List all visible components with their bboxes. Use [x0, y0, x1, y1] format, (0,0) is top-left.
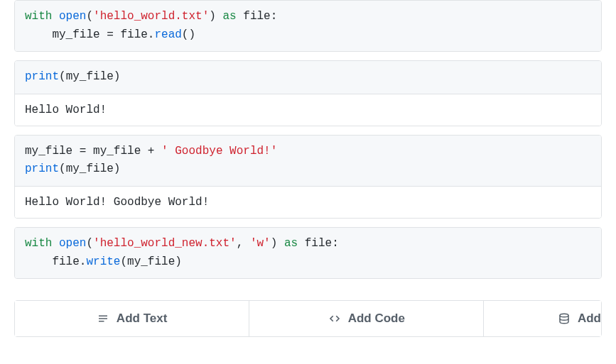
keyword: with — [25, 237, 52, 250]
identifier: my_file — [66, 70, 114, 83]
identifier: file — [305, 237, 332, 250]
add-data-button[interactable]: Add — [484, 301, 601, 336]
method: write — [86, 255, 120, 268]
punct: = — [100, 28, 121, 41]
button-label: Add — [578, 311, 601, 326]
identifier: my_file — [25, 145, 72, 158]
builtin: open — [59, 10, 86, 23]
code-input[interactable]: with open('hello_world.txt') as file: my… — [15, 1, 601, 51]
cell-output: Hello World! Goodbye World! — [15, 186, 601, 218]
builtin: open — [59, 237, 86, 250]
svg-point-3 — [560, 314, 568, 317]
keyword: with — [25, 10, 52, 23]
code-cell[interactable]: with open('hello_world_new.txt', 'w') as… — [14, 227, 602, 279]
identifier: my_file — [93, 145, 141, 158]
add-text-button[interactable]: Add Text — [15, 301, 249, 336]
punct: . — [148, 28, 155, 41]
indent — [25, 28, 52, 41]
method: read — [154, 28, 181, 41]
identifier: my_file — [66, 162, 114, 175]
button-label: Add Text — [117, 311, 167, 326]
punct: ) — [114, 162, 121, 175]
identifier: my_file — [52, 28, 99, 41]
code-input[interactable]: my_file = my_file + ' Goodbye World!' pr… — [15, 136, 601, 186]
string: 'hello_world.txt' — [93, 10, 209, 23]
punct: ( — [120, 255, 127, 268]
punct: ( — [59, 162, 66, 175]
keyword: as — [222, 10, 236, 23]
punct: ( — [86, 10, 93, 23]
string: ' Goodbye World!' — [161, 145, 277, 158]
punct: ) — [114, 70, 121, 83]
punct: : — [271, 10, 278, 23]
identifier: file — [120, 28, 147, 41]
punct: ( — [59, 70, 66, 83]
identifier: file — [243, 10, 270, 23]
cell-output: Hello World! — [15, 94, 601, 126]
punct: () — [182, 28, 195, 41]
code-input[interactable]: print(my_file) — [15, 61, 601, 94]
punct: = — [72, 145, 93, 158]
database-icon — [558, 312, 571, 325]
button-label: Add Code — [348, 311, 405, 326]
add-code-button[interactable]: Add Code — [249, 301, 484, 336]
punct: ) — [209, 10, 216, 23]
notebook: with open('hello_world.txt') as file: my… — [0, 0, 616, 337]
code-cell[interactable]: my_file = my_file + ' Goodbye World!' pr… — [14, 135, 602, 219]
code-cell[interactable]: with open('hello_world.txt') as file: my… — [14, 0, 602, 52]
punct: + — [141, 145, 161, 158]
punct: ) — [271, 237, 278, 250]
punct: ) — [175, 255, 182, 268]
punct: . — [80, 255, 87, 268]
code-cell[interactable]: print(my_file) Hello World! — [14, 60, 602, 126]
string: 'hello_world_new.txt' — [93, 237, 237, 250]
builtin: print — [25, 162, 59, 175]
identifier: my_file — [127, 255, 175, 268]
punct: : — [332, 237, 339, 250]
punct: , — [237, 237, 250, 250]
punct: ( — [86, 237, 93, 250]
identifier: file — [52, 255, 79, 268]
cell-toolbar: Add Text Add Code Add — [14, 300, 602, 337]
builtin: print — [25, 70, 59, 83]
keyword: as — [284, 237, 298, 250]
code-input[interactable]: with open('hello_world_new.txt', 'w') as… — [15, 228, 601, 278]
code-brackets-icon — [328, 312, 341, 325]
string: 'w' — [250, 237, 271, 250]
indent — [25, 255, 52, 268]
text-lines-icon — [97, 312, 109, 325]
